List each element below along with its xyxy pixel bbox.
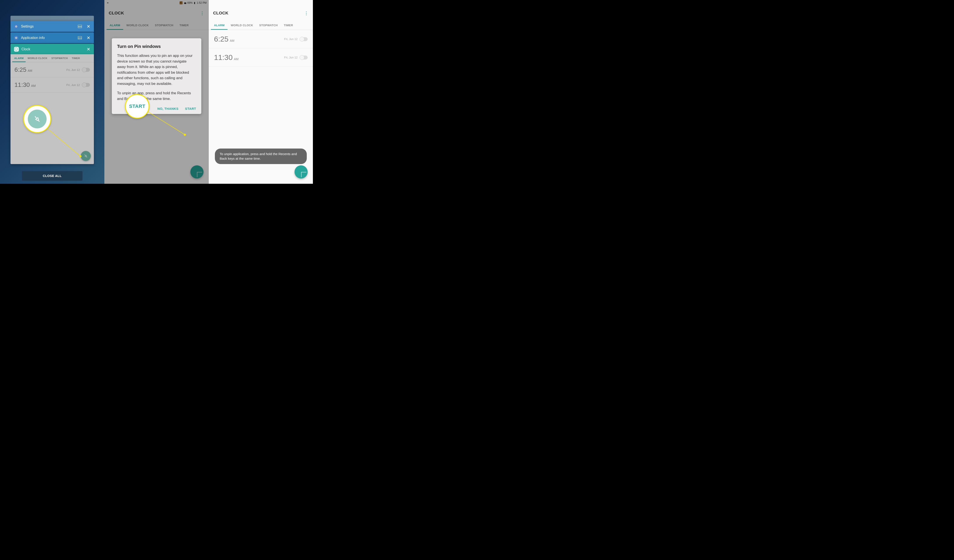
tab-alarm[interactable]: ALARM [211,21,228,30]
alarm-time: 6:25 [214,35,228,43]
alarm-row[interactable]: 6:25 AM Fri, Jun 12 [11,62,94,78]
tab-world-clock[interactable]: WORLD CLOCK [123,21,152,30]
add-alarm-button[interactable] [190,165,204,179]
tab-alarm[interactable]: ALARM [12,54,26,62]
battery-pct: 69% [187,1,193,5]
unpin-toast: To unpin application, press and hold the… [215,149,307,164]
signal-icon [184,1,186,5]
status-bar: ⚭ 📶 69% ▮ 1:52 PM [104,0,209,6]
tab-timer[interactable]: TIMER [281,21,296,30]
tab-world-clock[interactable]: WORLD CLOCK [26,54,50,62]
recents-stack: ✿ Settings ✕ ✿ Application info ✕ Clock … [0,0,104,184]
overflow-menu-icon[interactable]: ⋮ [304,11,309,16]
tab-stopwatch[interactable]: STOPWATCH [152,21,176,30]
alarm-toggle[interactable] [82,68,90,72]
page-title: CLOCK [213,11,228,16]
alarm-time: 11:30 [14,81,30,89]
panel-clock-pinned: CLOCK ⋮ ALARM WORLD CLOCK STOPWATCH TIME… [209,0,313,184]
panel-pin-dialog: ⚭ 📶 69% ▮ 1:52 PM CLOCK ⋮ ALARM WORLD CL… [104,0,209,184]
close-icon[interactable]: ✕ [87,35,90,40]
split-screen-icon[interactable] [78,36,82,39]
highlight-pin-circle [23,105,51,133]
clock-icon [14,47,19,51]
alarm-date: Fri, Jun 12 [284,56,298,59]
clock-tabs: ALARM WORLD CLOCK STOPWATCH TIMER [11,54,94,62]
alarm-date: Fri, Jun 12 [284,37,298,41]
add-alarm-button[interactable] [295,165,308,179]
tab-timer[interactable]: TIMER [70,54,82,62]
alarm-row[interactable]: 6:25 AM Fri, Jun 12 [209,30,313,48]
gear-icon: ✿ [14,36,19,40]
overflow-menu-icon[interactable]: ⋮ [200,11,204,16]
clock-tabs: ALARM WORLD CLOCK STOPWATCH TIMER [104,21,209,30]
highlight-connector [148,112,185,135]
alarm-ampm: AM [28,69,33,72]
page-title: CLOCK [109,11,124,16]
pin-window-button[interactable] [81,151,91,161]
tab-world-clock[interactable]: WORLD CLOCK [228,21,256,30]
alarm-toggle[interactable] [300,37,308,41]
battery-icon: ▮ [194,1,195,5]
alarm-date: Fri, Jun 12 [67,83,80,87]
tab-alarm[interactable]: ALARM [106,21,123,30]
tab-stopwatch[interactable]: STOPWATCH [256,21,281,30]
alarm-toggle[interactable] [300,56,308,59]
card-title: Clock [22,47,30,51]
alarm-time: 6:25 [14,66,26,73]
alarm-row[interactable]: 11:30 AM Fri, Jun 12 [11,78,94,93]
start-button[interactable]: START [185,107,196,110]
no-thanks-button[interactable]: NO, THANKS [157,107,178,110]
dialog-body: This function allows you to pin an app o… [117,53,196,86]
clock-header: CLOCK ⋮ [104,6,209,18]
tab-stopwatch[interactable]: STOPWATCH [50,54,70,62]
highlight-start-circle: START [125,94,150,118]
pin-icon [28,110,47,128]
clock-tabs: ALARM WORLD CLOCK STOPWATCH TIMER [209,21,313,30]
close-all-button[interactable]: CLOSE ALL [22,171,83,181]
close-icon[interactable]: ✕ [87,24,90,29]
alarm-ampm: AM [31,84,36,87]
clock-header: CLOCK ⋮ [209,6,313,18]
recents-card-appinfo[interactable]: ✿ Application info ✕ [11,33,94,43]
alarm-toggle[interactable] [82,83,90,87]
alarm-date: Fri, Jun 12 [67,68,80,72]
recents-card-clock-body[interactable]: ALARM WORLD CLOCK STOPWATCH TIMER 6:25 A… [11,54,94,164]
card-title: Settings [21,25,34,28]
dialog-title: Turn on Pin windows [117,44,196,49]
tab-timer[interactable]: TIMER [176,21,192,30]
recents-card-clock-header[interactable]: Clock ✕ [11,44,94,55]
alarm-ampm: AM [230,39,234,42]
alarm-row[interactable]: 11:30 AM Fri, Jun 12 [209,48,313,67]
status-time: 1:52 PM [197,1,207,5]
wifi-icon: 📶 [179,1,183,5]
highlight-start-label: START [129,103,145,109]
card-title: Application info [21,36,45,40]
alarm-time: 11:30 [214,53,232,62]
close-icon[interactable]: ✕ [87,47,90,52]
alarm-ampm: AM [234,57,238,61]
split-screen-icon[interactable] [78,25,82,28]
recents-card-settings[interactable]: ✿ Settings ✕ [11,21,94,32]
voicemail-icon: ⚭ [106,1,109,5]
panel-recents: ✿ Settings ✕ ✿ Application info ✕ Clock … [0,0,104,184]
gear-icon: ✿ [14,24,19,29]
